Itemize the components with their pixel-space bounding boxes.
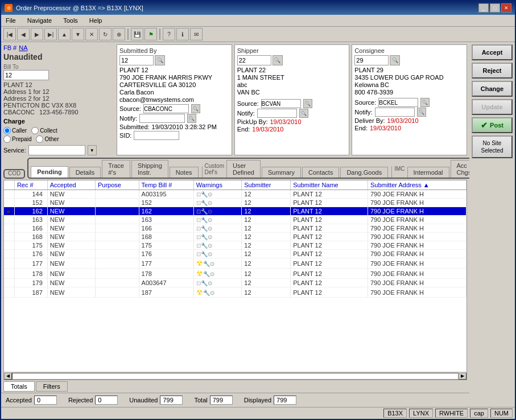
- col-temp-bill[interactable]: Temp Bill #: [139, 180, 193, 190]
- sid-input[interactable]: [134, 131, 179, 140]
- source-input-sh[interactable]: [261, 99, 301, 108]
- radio-caller[interactable]: [3, 127, 11, 134]
- col-rec[interactable]: Rec #: [14, 180, 47, 190]
- scroll-left-btn[interactable]: ◀: [4, 373, 12, 380]
- source-search-btn[interactable]: 🔍: [191, 104, 200, 113]
- row-rec-8[interactable]: 177: [14, 258, 47, 269]
- row-rec-9[interactable]: 178: [14, 269, 47, 279]
- prev-btn[interactable]: ◀: [17, 28, 30, 40]
- flag-btn[interactable]: ⚑: [145, 28, 157, 40]
- row-rec-2[interactable]: 162: [14, 207, 47, 216]
- service-input[interactable]: [28, 145, 85, 155]
- tab-acc-chgs[interactable]: Acc Chgs: [451, 160, 470, 178]
- shipper-search-btn[interactable]: 🔍: [273, 55, 283, 65]
- table-row-5[interactable]: 168 NEW 168 ⊡🔧⊙ 12 PLANT 12 790 JOE FRAN…: [4, 233, 467, 241]
- help-btn[interactable]: ?: [163, 28, 175, 40]
- tab-details[interactable]: Details: [69, 167, 101, 178]
- source-input-cn[interactable]: [378, 98, 418, 107]
- tab-notes[interactable]: Notes: [170, 167, 199, 178]
- table-row-10[interactable]: 179 NEW A003647 ⊡🔧⊙ 12 PLANT 12 790 JOE …: [4, 279, 467, 287]
- accept-button[interactable]: Accept: [472, 44, 513, 60]
- bill-to-input[interactable]: [3, 70, 49, 80]
- table-row-7[interactable]: 176 NEW 176 ⊡🔧⊙ 12 PLANT 12 790 JOE FRAN…: [4, 250, 467, 258]
- table-row-8[interactable]: 177 NEW 177 ☢🔧⊙ 12 PLANT 12 790 JOE FRAN…: [4, 258, 467, 269]
- radio-collect[interactable]: [31, 127, 39, 134]
- consignee-input[interactable]: [354, 55, 389, 65]
- tab-trace[interactable]: Trace #'s: [102, 160, 130, 178]
- col-submitter[interactable]: Submitter: [242, 180, 291, 190]
- service-dropdown-btn[interactable]: ▼: [88, 145, 97, 155]
- notify-input-sb[interactable]: [139, 114, 185, 123]
- info-btn[interactable]: ℹ: [176, 28, 189, 40]
- maximize-button[interactable]: □: [490, 3, 500, 13]
- shipper-input[interactable]: [237, 55, 271, 65]
- col-accepted[interactable]: Accepted: [47, 180, 95, 190]
- table-row-1[interactable]: 152 NEW 152 ⊡🔧⊙ 12 PLANT 12 790 JOE FRAN…: [4, 199, 467, 207]
- tab-contacts[interactable]: Contacts: [302, 167, 339, 178]
- tab-shipping[interactable]: Shipping Instr.: [131, 160, 168, 178]
- up-btn[interactable]: ▲: [58, 28, 71, 40]
- menu-help[interactable]: Help: [87, 16, 105, 25]
- source-search-sh[interactable]: 🔍: [303, 99, 312, 108]
- close-button[interactable]: ✕: [501, 3, 511, 13]
- submitted-by-search-btn[interactable]: 🔍: [155, 55, 165, 65]
- tab-dang-goods[interactable]: Dang.Goods: [340, 167, 388, 178]
- refresh-btn[interactable]: ↻: [99, 28, 112, 40]
- table-row-11[interactable]: 187 NEW 187 ☢🔧⊙ 12 PLANT 12 790 JOE FRAN…: [4, 287, 467, 298]
- change-button[interactable]: Change: [472, 81, 513, 97]
- notify-search-btn[interactable]: 🔍: [187, 114, 196, 123]
- col-purpose[interactable]: Purpose: [95, 180, 139, 190]
- delete-btn[interactable]: ✕: [85, 28, 98, 40]
- notify-input-sh[interactable]: [257, 109, 297, 118]
- down-btn[interactable]: ▼: [72, 28, 84, 40]
- reject-button[interactable]: Reject: [472, 63, 513, 79]
- menu-tools[interactable]: Tools: [61, 16, 80, 25]
- menu-file[interactable]: File: [3, 16, 18, 25]
- source-input-sb[interactable]: [143, 104, 189, 113]
- tab-user-defined[interactable]: User Defined: [226, 160, 261, 178]
- table-row-3[interactable]: 163 NEW 163 ⊡🔧⊙ 12 PLANT 12 790 JOE FRAN…: [4, 216, 467, 224]
- save-btn[interactable]: 💾: [131, 28, 143, 40]
- radio-prepaid[interactable]: [3, 135, 11, 143]
- notify-search-sh[interactable]: 🔍: [299, 109, 308, 118]
- consignee-search-btn[interactable]: 🔍: [390, 55, 400, 65]
- row-rec-10[interactable]: 179: [14, 279, 47, 287]
- row-rec-3[interactable]: 163: [14, 216, 47, 224]
- next-btn[interactable]: ▶: [31, 28, 43, 40]
- add-btn[interactable]: ⊕: [113, 28, 125, 40]
- notify-input-cn[interactable]: [375, 108, 415, 117]
- row-rec-4[interactable]: 166: [14, 224, 47, 233]
- table-row-4[interactable]: 166 NEW 166 ⊡🔧⊙ 12 PLANT 12 790 JOE FRAN…: [4, 224, 467, 233]
- col-warnings[interactable]: Warnings: [193, 180, 241, 190]
- table-row-2[interactable]: ► 162 NEW 162 ⊡🔧⊙ 12 PLANT 12 790 JOE FR…: [4, 207, 467, 216]
- row-rec-1[interactable]: 152: [14, 199, 47, 207]
- tab-intermodal[interactable]: Intermodal: [407, 167, 449, 178]
- last-btn[interactable]: ▶|: [44, 28, 57, 40]
- row-rec-0[interactable]: 144: [14, 190, 47, 199]
- row-rec-6[interactable]: 175: [14, 241, 47, 250]
- col-submitter-name[interactable]: Submitter Name: [291, 180, 368, 190]
- row-rec-7[interactable]: 176: [14, 250, 47, 258]
- submitted-by-input[interactable]: [119, 55, 154, 65]
- bottom-tab-filters[interactable]: Filters: [36, 381, 68, 392]
- source-search-cn[interactable]: 🔍: [420, 98, 430, 107]
- row-rec-5[interactable]: 168: [14, 233, 47, 241]
- table-row-9[interactable]: 178 NEW 178 ☢🔧⊙ 12 PLANT 12 790 JOE FRAN…: [4, 269, 467, 279]
- scroll-right-btn[interactable]: ▶: [459, 373, 467, 380]
- post-button[interactable]: ✔ Post: [472, 117, 513, 133]
- radio-other[interactable]: [36, 135, 43, 143]
- no-site-button[interactable]: No SiteSelected: [472, 135, 513, 158]
- row-rec-11[interactable]: 187: [14, 287, 47, 298]
- email-btn[interactable]: ✉: [190, 28, 203, 40]
- notify-search-cn[interactable]: 🔍: [417, 108, 426, 117]
- minimize-button[interactable]: _: [478, 3, 489, 13]
- col-submitter-addr[interactable]: Submitter Address ▲: [368, 180, 466, 190]
- first-btn[interactable]: |◀: [3, 28, 16, 40]
- fb-link[interactable]: NA: [19, 44, 27, 51]
- bottom-tab-totals[interactable]: Totals: [3, 381, 35, 392]
- update-button[interactable]: Update: [472, 99, 513, 115]
- tab-pending[interactable]: Pending: [31, 166, 68, 178]
- tab-summary[interactable]: Summary: [262, 167, 301, 178]
- table-row-0[interactable]: 144 NEW A003195 ⊡🔧⊙ 12 PLANT 12 790 JOE …: [4, 190, 467, 199]
- menu-navigate[interactable]: Navigate: [25, 16, 54, 25]
